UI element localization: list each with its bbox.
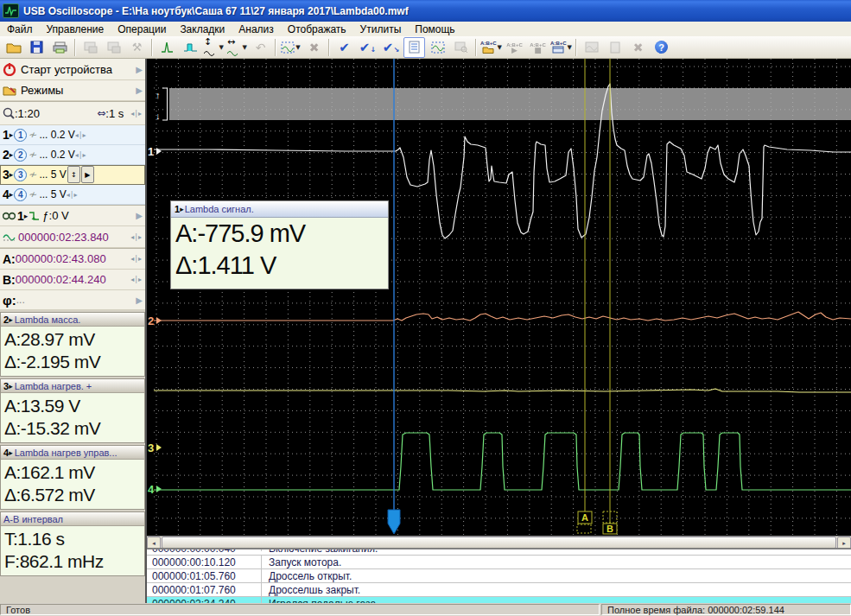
report-chart-button[interactable] <box>581 37 602 58</box>
measure-panel-header[interactable]: 2▸ Lambda масса. <box>1 313 144 327</box>
cursor-readout-tooltip[interactable]: 1▸ Lambda сигнал. A:-775.9 mV Δ:1.411 V <box>170 200 389 289</box>
channel-range-value[interactable]: ... 5 V <box>39 188 66 200</box>
menu-control[interactable]: Управление <box>40 22 111 36</box>
channel-marker-3[interactable]: 3 <box>148 441 154 454</box>
save-image-button[interactable] <box>103 37 124 58</box>
phase-row[interactable]: φ: ... ▶ <box>0 290 145 310</box>
channel-stepper[interactable]: ◂|▸ <box>67 191 79 199</box>
coupling-icon[interactable]: ≁ <box>29 188 37 200</box>
measure-panel-header[interactable]: 3▸ Lambda нагрев. + <box>1 379 144 393</box>
menu-file[interactable]: Файл <box>0 22 40 36</box>
expand-arrow-icon[interactable]: ▶ <box>136 211 143 220</box>
marker-a-row[interactable]: A: 000000:02:43.080 ◂|▸ <box>0 248 145 270</box>
channel-badge[interactable]: 3 <box>14 168 27 181</box>
expand-arrow-icon[interactable]: ▶ <box>136 295 143 305</box>
channel-row-3[interactable]: 3▸ 3 ≁ ... 5 V ↕ ▶ <box>0 165 145 185</box>
title-bar[interactable]: USB Oscilloscope - E:\На ноутбук\Саша 67… <box>0 0 851 22</box>
marker-a-stepper[interactable]: ◂|▸ <box>130 255 143 263</box>
channel-badge[interactable]: 2 <box>14 149 27 162</box>
dropdown-arrow-icon[interactable]: ▼ <box>498 44 502 51</box>
abc-play-button[interactable]: A:B+C ▶ <box>504 37 525 58</box>
sweep-time-value[interactable]: 000000:02:23.840 <box>18 231 109 244</box>
scrollbar-thumb[interactable] <box>162 537 836 549</box>
marker-pulse-button[interactable] <box>180 37 201 58</box>
log-row[interactable]: 000000:00:00.040 Включение зажигания. <box>147 549 851 556</box>
report-delete-button[interactable]: ✖ <box>627 37 649 58</box>
channel-row-1[interactable]: 1▸ 1 ≁ ... 0.2 V ◂|▸ <box>0 125 145 145</box>
marker-b-stepper[interactable]: ◂|▸ <box>130 276 143 283</box>
delete-marks-button[interactable]: ✖ <box>303 37 325 58</box>
channel-range-value[interactable]: ... 0.2 V <box>39 129 74 141</box>
log-row[interactable]: 000000:01:07.760 Дросселшь закрыт. <box>147 583 851 597</box>
measure-panel-header[interactable]: A-B интервал <box>1 512 144 526</box>
abc-open-button[interactable]: A:B+C ▼ <box>480 37 502 58</box>
measure-panel-header[interactable]: 4▸ Lambda нагрев управ... <box>1 446 144 460</box>
trigger-row[interactable]: 1▸ ƒ:0 V ▶ <box>0 205 145 226</box>
zoom-scale-value[interactable]: :1:20 <box>15 107 40 120</box>
oscilloscope-display[interactable]: ↑↓1234AB <box>147 59 851 536</box>
sweep-time-row[interactable]: 000000:02:23.840 ◂|▸ <box>0 226 145 248</box>
dropdown-arrow-icon[interactable]: ▼ <box>243 44 247 51</box>
menu-bookmarks[interactable]: Закладки <box>173 22 232 36</box>
chart-region-button[interactable] <box>427 37 448 58</box>
coupling-icon[interactable]: ≁ <box>29 149 37 161</box>
menu-utilities[interactable]: Утилиты <box>353 22 409 36</box>
channel-adjust-button[interactable]: ↕ <box>67 166 80 183</box>
channel-expand-button[interactable]: ▶ <box>81 166 94 183</box>
marker-b-row[interactable]: B: 000000:02:44.240 ◂|▸ <box>0 270 145 290</box>
chart-search-button[interactable] <box>450 37 472 58</box>
check-apply-button[interactable]: ✔↘ <box>380 37 402 58</box>
channel-stepper[interactable]: ◂|▸ <box>75 131 87 139</box>
channel-row-4[interactable]: 4▸ 4 ≁ ... 5 V ◂|▸ <box>0 185 145 205</box>
channel-marker-2[interactable]: 2 <box>148 314 154 327</box>
channel-range-value[interactable]: ... 5 V <box>39 168 66 181</box>
abc-panel-button[interactable]: A:B+C ▼ <box>550 37 572 58</box>
modes-row[interactable]: Режимы ▶ <box>0 80 145 101</box>
report-page-button[interactable] <box>604 37 626 58</box>
dropdown-arrow-icon[interactable]: ▼ <box>219 44 224 51</box>
menu-analysis[interactable]: Анализ <box>232 22 281 36</box>
start-device-row[interactable]: Старт устройства ▶ <box>0 59 145 80</box>
menu-operations[interactable]: Операции <box>111 22 173 36</box>
log-row[interactable]: 000000:00:10.120 Запуск мотора. <box>147 556 851 569</box>
save-file-button[interactable] <box>26 37 48 58</box>
channel-range-value[interactable]: ... 0.2 V <box>39 149 74 161</box>
channel-marker-1[interactable]: 1 <box>148 145 154 158</box>
expand-arrow-icon[interactable]: ▶ <box>136 86 143 95</box>
vertical-scale-button[interactable]: ↕▼ <box>203 37 225 58</box>
channel-badge[interactable]: 1 <box>14 129 27 142</box>
coupling-icon[interactable]: ≁ <box>29 168 37 181</box>
dropdown-arrow-icon[interactable]: ▼ <box>295 44 300 51</box>
channel-stepper[interactable]: ◂|▸ <box>75 151 87 159</box>
event-log[interactable]: 000000:00:00.040 Включение зажигания. 00… <box>147 548 851 605</box>
coupling-icon[interactable]: ≁ <box>29 129 37 141</box>
check-down-button[interactable]: ✔↓ <box>357 37 378 58</box>
expand-arrow-icon[interactable]: ▶ <box>136 65 143 74</box>
channel-badge[interactable]: 4 <box>14 188 27 201</box>
horizontal-scale-button[interactable]: ↔▼ <box>226 37 248 58</box>
sweep-stepper[interactable]: ◂|▸ <box>130 233 143 241</box>
scale-stepper[interactable]: ◂|▸ <box>130 110 143 117</box>
check-button[interactable]: ✔ <box>333 37 355 58</box>
horizontal-scrollbar[interactable]: ◂ ▸ <box>147 536 851 549</box>
copy-image-button[interactable] <box>79 37 101 58</box>
log-row[interactable]: 000000:01:05.760 Дроссель открыт. <box>147 569 851 583</box>
single-shot-button[interactable] <box>156 37 178 58</box>
menu-help[interactable]: Помощь <box>408 22 461 36</box>
scale-row[interactable]: :1:20 ⇔ :1 s ◂|▸ <box>0 101 145 125</box>
channel-row-2[interactable]: 2▸ 2 ≁ ... 0.2 V ◂|▸ <box>0 145 145 165</box>
tools-button[interactable]: ⚒ <box>126 37 148 58</box>
open-file-button[interactable] <box>3 37 24 58</box>
dropdown-arrow-icon[interactable]: ▼ <box>568 44 572 51</box>
channel-marker-4[interactable]: 4 <box>148 483 155 496</box>
band-up-arrow-icon[interactable]: ↑ <box>156 90 161 100</box>
band-down-arrow-icon[interactable]: ↓ <box>156 111 161 121</box>
checklist-button[interactable] <box>403 37 425 58</box>
undo-button[interactable]: ↶ <box>250 37 271 58</box>
help-button[interactable]: ? <box>651 37 672 58</box>
print-button[interactable] <box>49 37 71 58</box>
marker-b-time[interactable]: 000000:02:44.240 <box>16 273 106 286</box>
trigger-level-value[interactable]: ƒ:0 V <box>42 209 68 222</box>
marker-a-time[interactable]: 000000:02:43.080 <box>16 252 106 265</box>
time-scale-value[interactable]: :1 s <box>105 107 124 120</box>
